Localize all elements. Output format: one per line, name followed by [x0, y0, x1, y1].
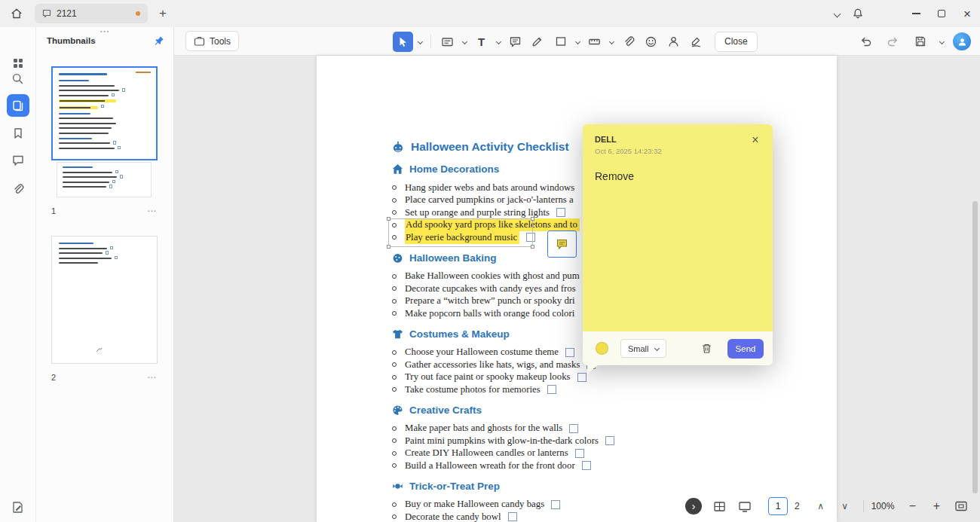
text-box-tool-button[interactable] [437, 32, 458, 52]
checkbox[interactable] [547, 385, 556, 394]
note-send-button[interactable]: Send [727, 339, 764, 359]
titlebar-right: × [826, 2, 980, 25]
ruler-icon [588, 35, 601, 48]
selection-handle[interactable] [387, 245, 390, 249]
checklist-item-text: Choose your Halloween costume theme [405, 346, 559, 358]
highlight-selection-outline[interactable] [388, 218, 533, 247]
undo-button[interactable] [856, 32, 876, 52]
stamp-tool-button[interactable] [663, 32, 684, 52]
redo-button[interactable] [883, 32, 903, 52]
minimize-icon [912, 13, 920, 14]
page-2-more-button[interactable]: ⋯ [147, 372, 157, 383]
selection-handle[interactable] [387, 217, 390, 221]
attachments-panel-button[interactable] [7, 178, 29, 200]
checklist-item-text: Hang spider webs and bats around windows [405, 182, 574, 194]
checkbox[interactable] [551, 500, 560, 509]
checkbox[interactable] [565, 348, 574, 357]
page-1-more-button[interactable]: ⋯ [147, 206, 157, 216]
page-grid-view-button[interactable] [709, 496, 729, 516]
checkbox[interactable] [582, 461, 591, 470]
new-tab-button[interactable]: + [152, 3, 173, 24]
edit-document-icon [11, 501, 24, 514]
checkbox[interactable] [575, 449, 584, 458]
document-tab[interactable]: 2121 [35, 4, 148, 23]
text-tool-button[interactable]: T [471, 32, 492, 52]
bullet-icon [392, 438, 397, 443]
close-window-button[interactable]: × [954, 2, 980, 25]
checkbox[interactable] [605, 436, 614, 445]
checkbox[interactable] [577, 373, 586, 382]
save-dropdown[interactable] [937, 32, 946, 52]
save-button[interactable] [910, 32, 930, 52]
next-page-button[interactable]: ∨ [836, 496, 854, 516]
current-page-input[interactable] [768, 497, 788, 515]
zoom-in-button[interactable]: + [927, 496, 945, 516]
thumbnails-panel-button[interactable] [7, 94, 29, 117]
sticky-note-anchor[interactable] [547, 230, 577, 258]
signature-tool-button[interactable] [686, 32, 706, 52]
undo-icon [859, 35, 872, 48]
note-content[interactable]: Remove [595, 170, 761, 182]
annotate-mode-button[interactable] [7, 496, 29, 518]
measure-tool-button[interactable] [584, 32, 605, 52]
pin-icon[interactable] [154, 35, 164, 46]
select-tool-button[interactable] [393, 32, 413, 52]
sticker-tool-button[interactable] [641, 32, 661, 52]
text-tool-dropdown[interactable] [494, 32, 503, 52]
tools-button[interactable]: Tools [185, 31, 239, 51]
chevron-down-icon [417, 38, 422, 44]
checkbox[interactable] [508, 512, 517, 521]
page-thumbnail-2[interactable] [51, 236, 158, 364]
shape-tool-button[interactable] [550, 32, 571, 52]
pumpkin-icon [392, 141, 404, 153]
person-stamp-icon [667, 35, 680, 48]
chevron-down-icon [574, 38, 580, 44]
home-icon [11, 8, 23, 20]
sticky-note-icon [556, 238, 568, 251]
panel-toggle-button[interactable]: › [685, 498, 702, 514]
note-color-button[interactable] [596, 342, 608, 355]
shape-tool-dropdown[interactable] [573, 32, 582, 52]
checklist-item-text: Take costume photos for memories [405, 384, 541, 395]
note-size-select[interactable]: Small [620, 339, 666, 358]
bookmarks-button[interactable] [7, 122, 29, 145]
select-tool-dropdown[interactable] [415, 32, 424, 52]
checkbox[interactable] [569, 424, 578, 433]
home-button[interactable] [6, 3, 27, 24]
sticker-smiley-icon [645, 35, 657, 48]
zoom-out-button[interactable]: − [903, 496, 921, 516]
maximize-button[interactable] [929, 2, 954, 25]
text-box-dropdown[interactable] [460, 32, 469, 52]
page-thumbnail-1-overflow[interactable] [57, 162, 152, 197]
checklist-item-text: Create DIY Halloween candles or lanterns [405, 447, 568, 459]
note-size-value: Small [628, 344, 649, 353]
zoom-level-button[interactable]: 100% [871, 496, 895, 516]
close-tools-button[interactable]: Close [715, 32, 758, 52]
comment-icon [12, 154, 24, 166]
presentation-mode-button[interactable] [735, 496, 755, 516]
vertical-scrollbar[interactable] [972, 201, 978, 493]
measure-tool-dropdown[interactable] [607, 32, 616, 52]
selection-handle[interactable] [531, 245, 534, 249]
unsaved-dot-icon [136, 11, 140, 16]
pages-icon [11, 99, 24, 112]
search-button[interactable] [7, 67, 29, 90]
minimize-button[interactable] [903, 2, 929, 25]
fit-screen-button[interactable] [951, 496, 971, 516]
comments-panel-button[interactable] [7, 149, 29, 172]
titlebar-dropdown-button[interactable] [826, 3, 847, 24]
note-delete-button[interactable] [697, 340, 715, 358]
notifications-button[interactable] [847, 3, 868, 24]
selection-handle[interactable] [531, 217, 534, 221]
page-thumbnail-1[interactable] [51, 66, 158, 160]
comment-tool-button[interactable] [505, 32, 525, 52]
attach-file-tool-button[interactable] [618, 32, 639, 52]
previous-page-button[interactable]: ∧ [812, 496, 830, 516]
note-close-button[interactable]: × [747, 132, 764, 148]
checkbox[interactable] [556, 208, 565, 217]
thumbnails-panel: ⋯ Thumbnails 1 ⋯ 2 ⋯ [36, 27, 174, 522]
bullet-icon [392, 502, 397, 507]
checklist-item-text: Prepare a “witch brew” punch or spooky d… [405, 295, 575, 307]
highlighter-tool-button[interactable] [528, 32, 548, 52]
account-avatar[interactable] [953, 32, 971, 50]
